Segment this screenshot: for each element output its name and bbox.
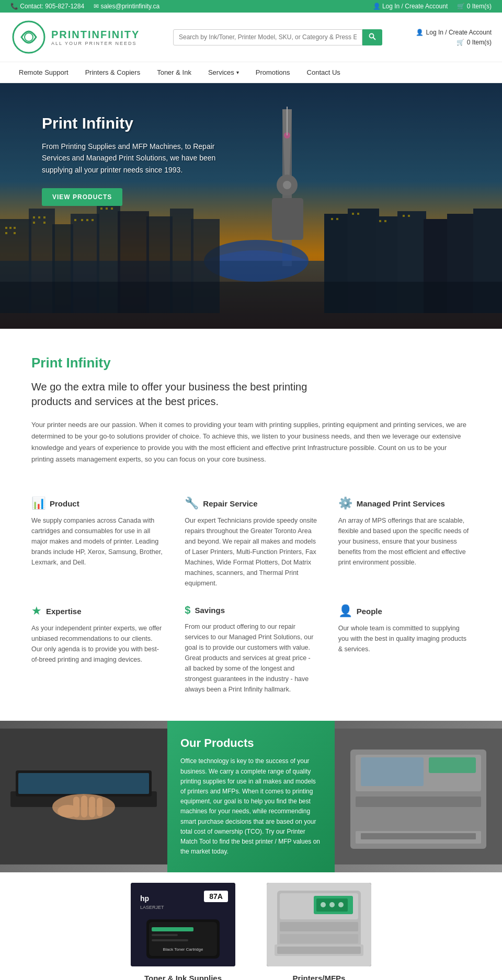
search-input[interactable] (173, 29, 362, 45)
feature-product: 📊 Product We supply companies across Can… (31, 497, 164, 589)
search-area (173, 29, 382, 45)
feature-expertise-desc: As your independent printer experts, we … (31, 623, 164, 665)
phone-icon: 📞 (10, 3, 18, 10)
nav-link-toner[interactable]: Toner & Ink (149, 62, 200, 83)
hero-title: Print Infinity (42, 114, 241, 132)
cart-icon-header: 🛒 (457, 39, 464, 46)
banner-center-title: Our Products (180, 736, 322, 750)
toner-card-title: Toner & Ink Supplies (131, 974, 235, 980)
nav-item-remote-support[interactable]: Remote Support (10, 62, 77, 83)
svg-rect-95 (280, 934, 358, 943)
wrench-icon: 🔧 (185, 497, 199, 510)
products-banner: Our Products Office technology is key to… (0, 721, 502, 857)
svg-rect-74 (361, 833, 476, 839)
login-text: Log In / Create Account (382, 3, 448, 10)
feature-mps: ⚙️ Managed Print Services An array of MP… (338, 497, 471, 589)
svg-rect-64 (97, 798, 102, 816)
email-info: ✉ sales@printinfinity.ca (94, 3, 159, 10)
svg-text:Black Toner Cartridge: Black Toner Cartridge (163, 947, 203, 952)
svg-rect-97 (277, 947, 361, 954)
svg-rect-62 (81, 795, 87, 817)
header-right: 👤 Log In / Create Account 🛒 0 Item(s) (416, 29, 492, 46)
printer-card-title: Printers/MFPs (267, 974, 371, 980)
search-button[interactable] (362, 29, 382, 45)
hero-content: Print Infinity From Printing Supplies an… (42, 114, 241, 206)
svg-point-91 (321, 902, 326, 907)
svg-point-92 (329, 902, 335, 907)
hero-section: Print Infinity From Printing Supplies an… (0, 83, 502, 329)
about-body: Your printer needs are our passion. When… (31, 419, 471, 465)
svg-rect-71 (356, 797, 481, 807)
bar-chart-icon: 📊 (31, 497, 45, 510)
email-icon: ✉ (94, 3, 99, 10)
nav-services-label: Services (208, 68, 234, 76)
feature-repair-header: 🔧 Repair Service (185, 497, 317, 510)
feature-people: 👤 People Our whole team is committed to … (338, 604, 471, 695)
cart-text: 0 Item(s) (467, 3, 492, 10)
svg-point-2 (369, 33, 373, 38)
nav-item-promotions[interactable]: Promotions (247, 62, 299, 83)
hero-description: From Printing Supplies and MFP Machines,… (42, 141, 241, 176)
feature-expertise-title: Expertise (46, 607, 82, 616)
feature-people-title: People (357, 607, 382, 616)
feature-expertise-header: ★ Expertise (31, 604, 164, 618)
banner-center: Our Products Office technology is key to… (167, 721, 335, 872)
chevron-down-icon: ▾ (236, 70, 239, 75)
nav-item-printers[interactable]: Printers & Copiers (77, 62, 149, 83)
printer-image (267, 883, 371, 966)
nav-link-promotions[interactable]: Promotions (247, 62, 299, 83)
header-login[interactable]: 👤 Log In / Create Account (416, 29, 492, 36)
svg-rect-84 (152, 939, 188, 941)
nav-link-remote-support[interactable]: Remote Support (10, 62, 77, 83)
about-title: Print Infinity (31, 355, 471, 371)
feature-savings-header: $ Savings (185, 604, 317, 616)
hero-cta-button[interactable]: VIEW PRODUCTS (42, 188, 122, 206)
user-icon-header: 👤 (416, 29, 424, 36)
svg-line-3 (373, 37, 375, 40)
nav-link-services[interactable]: Services ▾ (200, 62, 247, 83)
feature-repair: 🔧 Repair Service Our expert Technicians … (185, 497, 317, 589)
login-link[interactable]: 👤 Log In / Create Account (373, 3, 448, 10)
top-bar: 📞 Contact: 905-827-1284 ✉ sales@printinf… (0, 0, 502, 13)
feature-people-desc: Our whole team is committed to supplying… (338, 623, 471, 654)
nav-item-contact[interactable]: Contact Us (299, 62, 349, 83)
nav-list: Remote Support Printers & Copiers Toner … (0, 62, 502, 83)
products-cards: hp LASERJET 87A Black Toner Cartridge To… (0, 857, 502, 980)
feature-savings-desc: From our product offering to our repair … (185, 621, 317, 695)
feature-savings-title: Savings (195, 606, 225, 615)
svg-text:hp: hp (140, 894, 149, 903)
dollar-icon: $ (185, 604, 190, 616)
feature-expertise: ★ Expertise As your independent printer … (31, 604, 164, 695)
feature-repair-desc: Our expert Technicians provide speedy on… (185, 515, 317, 589)
feature-product-header: 📊 Product (31, 497, 164, 510)
toner-image: hp LASERJET 87A Black Toner Cartridge (131, 883, 235, 966)
svg-rect-72 (356, 811, 481, 827)
logo-icon (10, 19, 47, 55)
header-cart[interactable]: 🛒 0 Item(s) (457, 39, 492, 46)
top-bar-right: 👤 Log In / Create Account 🛒 0 Item(s) (373, 3, 492, 10)
logo-area: PRINTINFINITY ALL YOUR PRINTER NEEDS (10, 19, 140, 55)
feature-repair-title: Repair Service (203, 499, 257, 508)
phone-info: 📞 Contact: 905-827-1284 (10, 3, 84, 10)
nav-link-contact[interactable]: Contact Us (299, 62, 349, 83)
logo-text: PRINTINFINITY ALL YOUR PRINTER NEEDS (51, 29, 140, 46)
cart-link[interactable]: 🛒 0 Item(s) (457, 3, 492, 10)
email-link[interactable]: sales@printinfinity.ca (100, 3, 159, 10)
nav-item-services[interactable]: Services ▾ (200, 62, 247, 83)
header: PRINTINFINITY ALL YOUR PRINTER NEEDS 👤 L… (0, 13, 502, 62)
svg-rect-94 (280, 922, 358, 931)
cart-icon: 🛒 (457, 3, 465, 10)
nav: Remote Support Printers & Copiers Toner … (0, 62, 502, 83)
nav-item-toner[interactable]: Toner & Ink (149, 62, 200, 83)
features-grid: 📊 Product We supply companies across Can… (0, 481, 502, 721)
feature-mps-header: ⚙️ Managed Print Services (338, 497, 471, 510)
phone-text: Contact: 905-827-1284 (20, 3, 84, 10)
top-bar-left: 📞 Contact: 905-827-1284 ✉ sales@printinf… (10, 3, 159, 10)
header-login-text: Log In / Create Account (426, 29, 492, 36)
product-card-toner: hp LASERJET 87A Black Toner Cartridge To… (131, 883, 235, 980)
svg-rect-82 (152, 927, 193, 931)
about-section: Print Infinity We go the extra mile to o… (0, 329, 502, 481)
nav-link-printers[interactable]: Printers & Copiers (77, 62, 149, 83)
product-card-printer: Printers/MFPs VIEW PRODUCTS (267, 883, 371, 980)
svg-rect-69 (361, 757, 424, 786)
